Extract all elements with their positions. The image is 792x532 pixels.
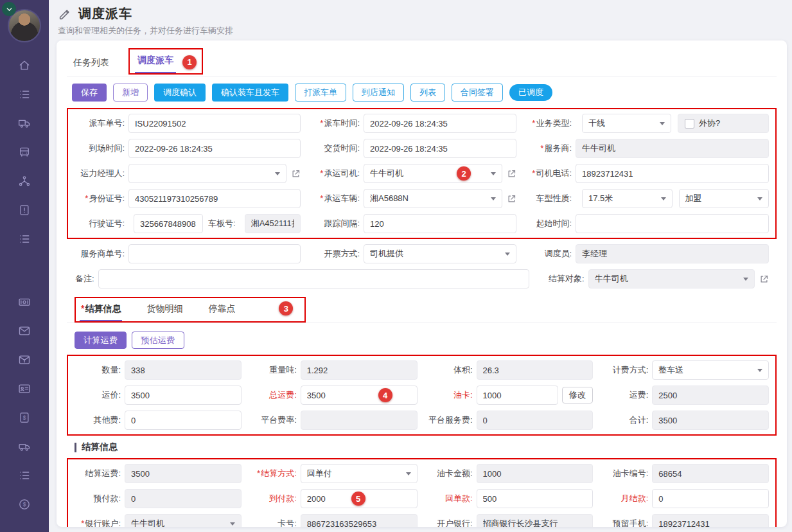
dispatcher-input[interactable]: 李经理	[576, 244, 769, 263]
external-link-icon[interactable]	[507, 194, 516, 204]
calc-freight-button[interactable]: 计算运费	[75, 332, 127, 349]
sidebar-nav: $ $	[17, 59, 31, 511]
driver-phone-input[interactable]: 18923712431	[576, 164, 769, 183]
freight-input[interactable]: 2500	[652, 386, 769, 405]
list-icon-2[interactable]	[17, 233, 31, 245]
print-dispatch-order-button[interactable]: 打派车单	[295, 84, 346, 102]
bank-account-select[interactable]: 牛牛司机	[125, 514, 242, 527]
quantity-input[interactable]: 338	[125, 360, 242, 380]
estimate-freight-button[interactable]: 预估运费	[132, 332, 184, 349]
total-sum-input[interactable]: 3500	[652, 411, 769, 430]
arrival-time-input[interactable]: 2022-09-26 18:24:35	[128, 139, 301, 158]
total-freight-input[interactable]: 3500 4	[301, 386, 418, 405]
settlement-section-title: 结算信息	[67, 441, 777, 453]
save-button[interactable]: 保存	[72, 84, 107, 102]
field-driver-phone: *司机电话: 18923712431	[525, 164, 769, 183]
subtab-cargo-detail[interactable]: 货物明细	[145, 301, 184, 321]
network-icon[interactable]	[17, 175, 31, 188]
list-button[interactable]: 列表	[410, 84, 445, 102]
other-fee-input[interactable]: 0	[125, 411, 242, 430]
vehicle-front-icon[interactable]	[17, 146, 31, 159]
receipt-pay-input[interactable]: 500	[477, 489, 594, 508]
affiliation-select[interactable]: 加盟	[679, 189, 770, 208]
service-provider-input[interactable]: 牛牛司机	[576, 139, 769, 158]
field-settlement-target: 结算对象: 牛牛司机	[538, 269, 769, 288]
status-badge-dispatched: 已调度	[509, 84, 552, 101]
confirm-load-depart-button[interactable]: 确认装车且发车	[212, 84, 288, 102]
field-card-no: 卡号: 886723163529653	[251, 514, 418, 527]
fuel-amount-input[interactable]: 1000	[477, 464, 594, 483]
external-link-icon[interactable]	[291, 169, 301, 179]
page-header: 调度派车 查询和管理相关的任务，并对任务进行车辆安排	[57, 0, 787, 40]
id-number-input[interactable]: 430521197310256789	[128, 189, 301, 208]
cod-input[interactable]: 2000 5	[301, 489, 418, 508]
invoice-method-select[interactable]: 司机提供	[364, 244, 516, 263]
carrier-vehicle-select[interactable]: 湘A5688N	[364, 189, 502, 208]
tracking-interval-input[interactable]: 120	[364, 214, 516, 233]
toolbar: 保存 新增 调度确认 确认装车且发车 打派车单 到店通知 列表 合同签署 已调度	[67, 84, 777, 102]
external-link-icon[interactable]	[507, 169, 516, 179]
card-no-input[interactable]: 886723163529653	[301, 514, 418, 527]
fuel-card-input[interactable]: 1000	[477, 386, 558, 405]
prepay-input[interactable]: 0	[125, 489, 242, 508]
chevron-down-icon	[505, 253, 510, 256]
outsource-checkbox-group[interactable]: 外协?	[678, 114, 769, 133]
tab-dispatch[interactable]: 调度派车	[135, 51, 176, 73]
tab-task-list[interactable]: 任务列表	[71, 53, 112, 76]
subtab-stops[interactable]: 停靠点	[207, 301, 236, 321]
home-icon[interactable]	[17, 59, 31, 72]
mail-icon[interactable]	[17, 324, 31, 337]
start-time-input[interactable]	[576, 214, 769, 233]
dispatch-confirm-button[interactable]: 调度确认	[154, 84, 206, 102]
delivery-time-input[interactable]: 2022-09-26 18:24:35	[364, 139, 516, 158]
dispatch-time-input[interactable]: 2022-09-26 18:24:35	[364, 114, 516, 133]
settle-freight-input[interactable]: 3500	[125, 464, 242, 483]
warning-doc-icon[interactable]	[17, 204, 31, 217]
truck-icon[interactable]	[17, 117, 31, 130]
bank-name-input[interactable]: 招商银行长沙县支行	[477, 514, 594, 527]
vehicle-size-select[interactable]: 17.5米	[582, 189, 673, 208]
plate-no-input[interactable]: 湘A452111挂	[245, 214, 301, 233]
driving-license-input[interactable]: 325667848908	[134, 214, 203, 233]
store-notice-button[interactable]: 到店通知	[353, 84, 404, 102]
annotation-circle-4: 4	[378, 388, 392, 402]
receipt-dollar-icon[interactable]: $	[17, 411, 31, 424]
weight-input[interactable]: 1.292	[301, 360, 418, 380]
carrier-driver-select[interactable]: 牛牛司机 2	[364, 164, 502, 183]
field-fuel-card-no: 油卡编号: 68654	[602, 464, 769, 483]
capacity-manager-select[interactable]	[128, 164, 286, 183]
settlement-target-select[interactable]: 牛牛司机	[588, 269, 755, 288]
add-button[interactable]: 新增	[113, 84, 148, 102]
chevron-down-icon	[275, 172, 280, 175]
dollar-circle-icon[interactable]: $	[17, 498, 31, 511]
checkbox-icon[interactable]	[685, 119, 694, 129]
contract-sign-button[interactable]: 合同签署	[452, 84, 503, 102]
fuel-card-no-input[interactable]: 68654	[652, 464, 769, 483]
modify-button[interactable]: 修改	[562, 387, 594, 403]
list-icon[interactable]	[17, 88, 31, 101]
dispatch-no-input[interactable]: ISU22091502	[128, 114, 301, 133]
monthly-pay-input[interactable]: 0	[652, 489, 769, 508]
reserved-phone-input[interactable]: 18923712431	[652, 514, 769, 527]
field-billing-method: 计费方式: 整车送	[602, 360, 769, 380]
form-row-3: 运力经理人: *承运司机: 牛牛司机 2 *司机	[75, 164, 769, 183]
volume-input[interactable]: 26.3	[477, 360, 594, 380]
settle-method-select[interactable]: 回单付	[301, 464, 418, 483]
subtab-bar: *结算信息 货物明细 停靠点 3	[67, 294, 777, 323]
platform-service-fee-input[interactable]: 0	[477, 411, 594, 430]
id-card-icon[interactable]	[17, 382, 31, 395]
subtab-settlement-info[interactable]: *结算信息	[80, 301, 122, 321]
mail-icon-2[interactable]	[17, 353, 31, 366]
unit-price-input[interactable]: 3500	[125, 386, 242, 405]
truck-icon-2[interactable]	[17, 440, 31, 453]
billing-method-select[interactable]: 整车送	[652, 360, 769, 380]
collapse-chevron-icon[interactable]	[2, 2, 16, 16]
provider-order-no-input[interactable]	[128, 244, 301, 263]
field-total-sum: 合计: 3500	[602, 411, 769, 430]
external-link-icon[interactable]	[759, 274, 769, 284]
banknote-icon[interactable]	[17, 296, 31, 308]
list-icon-3[interactable]	[17, 469, 31, 482]
platform-rate-input[interactable]	[301, 411, 418, 430]
business-type-select[interactable]: 干线	[582, 114, 671, 133]
remark-input[interactable]	[98, 269, 529, 288]
